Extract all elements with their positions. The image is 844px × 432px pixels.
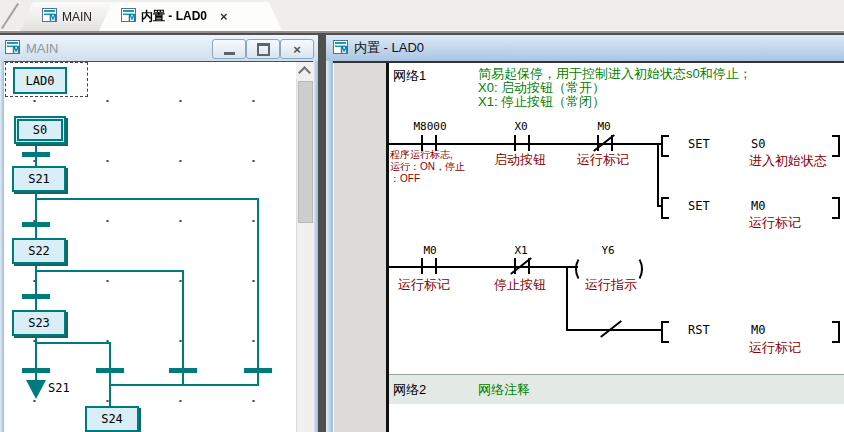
rung-margin-column [333,63,387,432]
device-comment: 启动按钮 [494,151,546,169]
block-label: LAD0 [26,74,55,88]
scrollbar-thumb[interactable] [298,81,313,223]
jump-arrow-icon[interactable] [26,380,46,399]
step-label: S23 [28,316,50,330]
device-comment: 运行标记 [749,214,801,232]
svg-text:M: M [340,45,348,54]
contact-bar [528,135,530,151]
transition[interactable] [22,368,50,373]
step-label: S21 [28,172,50,186]
device-label: M8000 [405,120,455,133]
sfc-branch-line [35,198,259,200]
tab-lad0[interactable]: M 内置 - LAD0 × [99,2,282,31]
svg-text:M: M [49,14,57,23]
wire [388,143,661,145]
operand: M0 [751,199,765,213]
restore-button[interactable] [246,39,280,59]
document-tab-bar: M MAIN M 内置 - LAD0 × [0,0,844,33]
device-comment: 运行指示 [585,276,637,294]
device-comment: 程序运行标志, [390,149,453,161]
scroll-up-button[interactable] [296,62,313,79]
restore-icon [257,43,270,56]
device-label: X0 [505,120,537,133]
window-border [326,61,333,432]
sfc-branch-line [35,342,111,344]
svg-text:M: M [12,45,20,54]
device-label: M0 [588,120,620,133]
jump-target-label: S21 [48,381,70,395]
network2-comment[interactable]: 网络注释 [478,381,530,399]
ladder-doc-icon: M [5,40,20,57]
transition[interactable] [244,368,272,373]
tab-close-icon[interactable]: × [220,9,228,24]
step-label: S0 [33,123,47,137]
ladder-doc-icon: M [42,8,57,25]
operand: M0 [751,323,765,337]
device-comment: 进入初始状态 [749,152,827,170]
network2-band [389,374,844,404]
network1-label: 网络1 [393,67,426,85]
device-comment: 停止按钮 [494,276,546,294]
network1-comment-line3[interactable]: X1: 停止按钮（常闭） [478,93,605,111]
device-label: X1 [505,244,537,257]
transition[interactable] [22,152,50,157]
ladder-window-titlebar[interactable]: M 内置 - LAD0 [326,35,844,61]
device-comment: ：OFF [390,173,420,185]
sfc-step-s23[interactable]: S23 [12,310,66,336]
step-label: S24 [101,412,123,426]
minimize-button[interactable] [212,39,246,59]
bracket-right [832,321,840,343]
close-icon: × [293,43,301,56]
branch-wire [657,143,659,207]
operand: S0 [751,137,765,151]
device-comment: 运行标记 [398,276,450,294]
contact-bar [421,258,423,274]
contact-bar [514,135,516,151]
bracket-left [661,135,669,157]
sfc-step-s24[interactable]: S24 [85,406,139,432]
transition[interactable] [22,294,50,299]
sfc-step-s0[interactable]: S0 [14,116,66,144]
initial-step-border: S0 [17,119,63,141]
minimize-icon [224,52,235,55]
tab-lad0-label: 内置 - LAD0 [141,8,207,25]
device-comment: 运行：ON，停止 [390,161,465,173]
empty-tab-edge [1,3,19,29]
chevron-up-icon [298,66,311,79]
bracket-right [832,197,840,219]
ladder-doc-icon: M [333,40,348,57]
opcode: RST [688,323,710,337]
content-top-border [333,61,844,63]
sfc-branch-line [35,270,184,272]
svg-text:M: M [128,14,136,23]
branch-wire [566,266,568,331]
bracket-right [832,135,840,157]
sfc-line [109,342,111,406]
window-title: MAIN [26,41,59,56]
step-label: S22 [28,244,50,258]
device-comment: 运行标记 [577,151,629,169]
device-comment: 运行标记 [749,339,801,357]
sfc-line [257,198,259,386]
wire [388,266,578,268]
sfc-step-s21[interactable]: S21 [12,166,66,192]
bracket-left [661,321,669,343]
sfc-merge-line [109,384,259,386]
ladder-doc-icon: M [121,8,136,25]
tab-main-label: MAIN [62,10,92,24]
device-label: M0 [405,244,455,257]
sfc-step-s22[interactable]: S22 [12,238,66,264]
network2-label: 网络2 [393,381,426,399]
wire [566,329,661,331]
sfc-block-lad0[interactable]: LAD0 [13,67,67,94]
transition[interactable] [96,368,124,373]
app-screen: M MAIN M 内置 - LAD0 × M MAIN × LAD0 [0,0,844,432]
transition[interactable] [169,368,197,373]
contact-bar [435,258,437,274]
window-title: 内置 - LAD0 [354,39,424,57]
opcode: SET [688,199,710,213]
device-label: Y6 [592,244,624,257]
transition[interactable] [22,222,50,227]
close-button[interactable]: × [280,39,314,59]
opcode: SET [688,137,710,151]
